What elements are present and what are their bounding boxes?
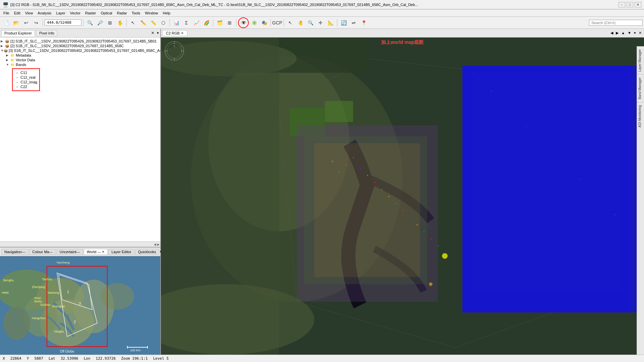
select-button[interactable]: ↖ — [128, 18, 138, 27]
histogram-button[interactable]: 📈 — [192, 18, 201, 27]
crosshair-button[interactable]: ✛ — [316, 18, 325, 27]
tab-quicklooks[interactable]: Quicklooks — [135, 249, 159, 255]
c11-label: C11 — [19, 71, 27, 75]
gcp-button[interactable]: GCP — [273, 18, 282, 27]
maximize-button[interactable]: □ — [627, 2, 633, 7]
svg-text:Bengbu: Bengbu — [3, 279, 14, 282]
cursor-button[interactable]: ↖ — [286, 18, 295, 27]
tab-pixel-info[interactable]: Pixel Info — [36, 30, 57, 36]
menu-view[interactable]: View — [23, 10, 35, 16]
tree-item-bands[interactable]: ▼ 📁 Bands — [0, 62, 160, 67]
tree-item-vectordata[interactable]: ▶ 📁 Vector Data — [0, 58, 160, 62]
tree-item-c12imag[interactable]: ▪ C12_imag — [14, 80, 38, 84]
expand-vectordata[interactable]: ▶ — [6, 58, 10, 62]
spectrum-button[interactable]: 🌈 — [202, 18, 211, 27]
hand-button[interactable]: 🤚 — [296, 18, 305, 27]
menu-radar[interactable]: Radar — [115, 10, 129, 16]
redo-button[interactable]: ↪ — [32, 18, 41, 27]
tree-item-c11[interactable]: ▪ C11 — [14, 70, 38, 75]
nav-close[interactable]: ✕ — [638, 30, 643, 35]
magnify-button[interactable]: 🔍 — [306, 18, 315, 27]
search-input[interactable] — [589, 20, 643, 26]
tree-item-product-2[interactable]: ▶ 📦 [2] S1B_IT_SLC__1SDV_20190822T095429… — [0, 44, 160, 48]
mask-button[interactable]: 🎭 — [259, 18, 269, 27]
tab-world[interactable]: World --- ✕ — [84, 249, 108, 255]
menu-optical[interactable]: Optical — [99, 10, 114, 16]
zoom-fit-button[interactable]: ⊞ — [105, 18, 115, 27]
tab-uncertainty[interactable]: Uncertaint--- — [57, 249, 83, 255]
tree-item-product-1[interactable]: ▶ 📦 [1] S1B_IT_SLC__1SDV_20190822T095426… — [0, 39, 160, 44]
pe-scrollbar[interactable]: ◀ ▶ — [0, 241, 160, 247]
minimize-button[interactable]: − — [619, 2, 625, 7]
window-controls: − □ ✕ — [619, 2, 641, 7]
expand-bands[interactable]: ▼ — [6, 63, 10, 66]
tree-item-metadata[interactable]: ▶ 📁 Metadata — [0, 53, 160, 58]
close-button[interactable]: ✕ — [635, 2, 641, 7]
flip-button[interactable]: ⇌ — [349, 18, 358, 27]
menu-layer[interactable]: Layer — [54, 10, 67, 16]
menu-vector[interactable]: Vector — [68, 10, 82, 16]
tab-c2rgb[interactable]: C2 RGB ✕ — [162, 30, 187, 36]
layer-button[interactable]: 🗂️ — [215, 18, 224, 27]
tab-layereditor[interactable]: Layer Editor — [108, 249, 134, 255]
pan-button[interactable]: ✋ — [115, 18, 125, 27]
analyze-button[interactable]: 📊 — [172, 18, 181, 27]
draw-button[interactable]: ✏️ — [138, 18, 148, 27]
svg-text:Hangzhou: Hangzhou — [32, 316, 46, 320]
coord-display[interactable] — [45, 19, 81, 26]
measure-button[interactable]: 📐 — [326, 18, 335, 27]
tree-item-c22[interactable]: ▪ C22 — [14, 84, 38, 89]
aoi-monitoring-panel[interactable]: AOI Monitoring — [637, 102, 644, 130]
nav-down[interactable]: ▼ — [627, 30, 632, 35]
c11-icon: ▪ — [15, 71, 19, 75]
menu-raster[interactable]: Raster — [83, 10, 98, 16]
expand-icon-1[interactable]: ▶ — [1, 40, 5, 43]
undo-button[interactable]: ↩ — [21, 18, 31, 27]
open-button[interactable]: 📂 — [11, 18, 21, 27]
new-button[interactable]: 📄 — [1, 18, 11, 27]
c2rgb-close[interactable]: ✕ — [181, 31, 184, 35]
menu-analysis[interactable]: Analysis — [36, 10, 53, 16]
svg-text:Nantong: Nantong — [48, 291, 59, 294]
menu-tools[interactable]: Tools — [130, 10, 142, 16]
tree-item-c12real[interactable]: ▪ C12_real — [14, 75, 38, 80]
c12imag-label: C12_imag — [19, 80, 37, 84]
polygon-button[interactable]: ⬡ — [159, 18, 168, 27]
map-view[interactable]: 加上world map底图 N — [161, 38, 644, 355]
tab-navigation[interactable]: Navigation--- — [1, 249, 28, 255]
pe-close-button[interactable]: ✕ — [151, 31, 154, 35]
svg-text:Ningbo: Ningbo — [54, 330, 64, 333]
nav-up[interactable]: ▲ — [620, 30, 626, 35]
layer-manager-panel[interactable]: Layer Manager — [637, 46, 644, 74]
stats-button[interactable]: Σ — [182, 18, 191, 27]
menu-file[interactable]: File — [1, 10, 11, 16]
band-manager-panel[interactable]: Band Manager — [637, 74, 644, 102]
rotate-button[interactable]: 🔄 — [339, 18, 348, 27]
worldmap-button[interactable]: 👁️ — [239, 18, 248, 27]
tab-colourmap[interactable]: Colour Ma--- — [29, 249, 56, 255]
overlay-button[interactable]: ✳️ — [249, 18, 259, 27]
menu-help[interactable]: Help — [161, 10, 172, 16]
expand-icon-3[interactable]: ▼ — [1, 49, 4, 52]
expand-metadata[interactable]: ▶ — [6, 54, 10, 57]
tree-item-product-3[interactable]: ▼ 📦 [3] S1B_IT_SLC__1SDV_20190822T095402… — [0, 48, 160, 53]
menu-window[interactable]: Window — [143, 10, 160, 16]
menu-edit[interactable]: Edit — [12, 10, 22, 16]
vectordata-icon: 📁 — [10, 58, 15, 62]
pin-button[interactable]: 📍 — [359, 18, 368, 27]
product-label-1: [1] S1B_IT_SLC__1SDV_20190822T095426_201… — [9, 39, 157, 43]
zoom-in-button[interactable]: 🔍 — [85, 18, 95, 27]
nav-menu[interactable]: ▾ — [633, 30, 637, 35]
expand-icon-2[interactable]: ▶ — [1, 44, 5, 48]
nav-next[interactable]: ▶ — [615, 30, 620, 35]
world-map[interactable]: 1 2 3 Yancheng Bengbu Taizhou Zhenjiang … — [0, 256, 160, 355]
grid-button[interactable]: ⊞ — [225, 18, 234, 27]
pe-collapse-button[interactable]: ▾ — [157, 31, 159, 35]
toolbar: 📄 📂 ↩ ↪ 🔍 🔎 ⊞ ✋ ↖ ✏️ 📏 ⬡ 📊 Σ 📈 🌈 🗂️ ⊞ 👁️… — [0, 17, 644, 29]
svg-rect-62 — [395, 203, 396, 204]
tab-product-explorer[interactable]: Product Explorer — [1, 30, 35, 36]
world-tab-close[interactable]: ✕ — [102, 250, 105, 254]
zoom-out-button[interactable]: 🔎 — [95, 18, 105, 27]
line-button[interactable]: 📏 — [149, 18, 158, 27]
nav-prev[interactable]: ◀ — [609, 30, 614, 35]
